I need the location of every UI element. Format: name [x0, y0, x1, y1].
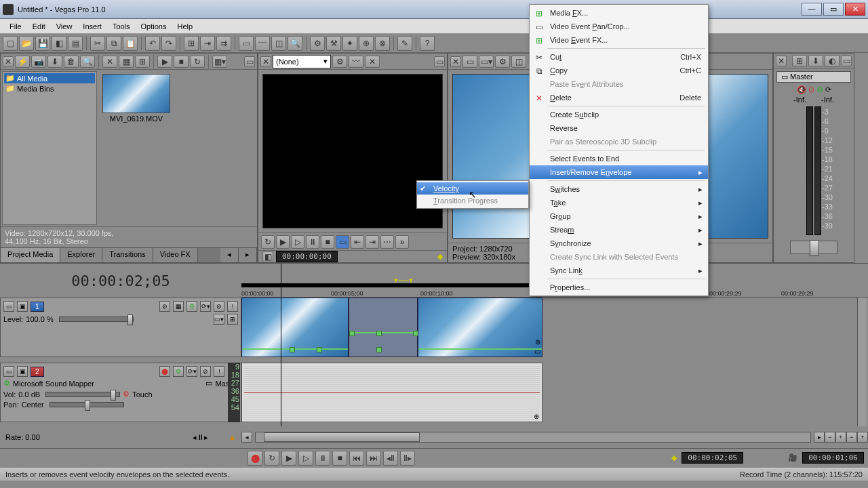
ctx-stream[interactable]: Stream▸: [530, 223, 708, 237]
menu-options[interactable]: Options: [136, 21, 172, 32]
track-solo-icon[interactable]: !: [227, 301, 238, 312]
pm-get-icon[interactable]: ⬇: [47, 56, 62, 68]
play-start-icon[interactable]: ▶: [281, 451, 296, 466]
trim-loop-icon[interactable]: ↻: [261, 235, 275, 249]
ctx-sync-link[interactable]: Sync Link▸: [530, 264, 708, 277]
master-dim-icon[interactable]: ◐: [825, 55, 840, 67]
trim-wave-icon[interactable]: 〰: [349, 56, 363, 68]
pm-tree-media-bins[interactable]: 📁 Media Bins: [4, 83, 95, 94]
video-event-selected[interactable]: [349, 298, 418, 357]
pm-play-icon[interactable]: ▶: [157, 56, 172, 68]
ctx-insert-remove-envelope[interactable]: Insert/Remove Envelope▸: [530, 165, 708, 179]
pm-remove-icon[interactable]: 🗑: [64, 56, 79, 68]
menu-insert[interactable]: Insert: [77, 21, 107, 32]
track-auto-icon[interactable]: ⟳▾: [200, 301, 211, 312]
video-event[interactable]: [241, 298, 349, 357]
go-end-icon[interactable]: ⏭: [366, 451, 381, 466]
redo-icon[interactable]: ↷: [161, 36, 176, 51]
track-max-icon[interactable]: ▣: [17, 366, 28, 377]
track-min-icon[interactable]: ▭: [3, 366, 14, 377]
parent-icon[interactable]: ⊞: [227, 314, 238, 325]
pan-slider[interactable]: [50, 402, 124, 407]
video-event[interactable]: ▭ ⊕: [418, 298, 542, 357]
record-timecode[interactable]: 00:00:01;06: [802, 452, 864, 464]
tab-scroll-right[interactable]: ▸: [239, 248, 257, 262]
vp-split-icon[interactable]: ◫: [511, 56, 526, 68]
trim-play2-icon[interactable]: ▷: [291, 235, 304, 249]
track-header-video-1[interactable]: ▭ ▣ 1 ⊘ ▦ ⚙ ⟳▾ ⊘ ! Level: 100.0 % ▭▾: [0, 298, 241, 357]
copy-icon[interactable]: ⧉: [106, 36, 121, 51]
pm-tree[interactable]: 📁 All Media 📁 Media Bins: [2, 71, 97, 225]
ctx-group[interactable]: Group▸: [530, 209, 708, 223]
trim-more-icon[interactable]: ⋯: [380, 235, 394, 249]
main-timecode[interactable]: 00:00:02;05: [71, 272, 170, 289]
vp-quality-icon[interactable]: ▭▾: [479, 56, 494, 68]
scrub-control[interactable]: ◂⏸▸: [193, 433, 208, 442]
pm-view-icon[interactable]: ▦▾: [212, 56, 227, 68]
track-min-icon[interactable]: ▭: [3, 301, 14, 312]
h-scrollbar[interactable]: [255, 432, 811, 443]
trim-mark-icon[interactable]: ▭: [336, 235, 349, 249]
menu-help[interactable]: Help: [172, 21, 198, 32]
tool-icon[interactable]: ⚙: [310, 36, 325, 51]
new-icon[interactable]: ▢: [3, 36, 18, 51]
vp-close-icon[interactable]: ✕: [450, 56, 461, 67]
trim-dock-icon[interactable]: ▭: [434, 56, 445, 67]
maximize-button[interactable]: ▭: [823, 3, 844, 16]
tab-scroll-left[interactable]: ◂: [220, 248, 239, 262]
tab-explorer[interactable]: Explorer: [60, 248, 102, 262]
pm-thumb-item[interactable]: MVI_0619.MOV: [102, 74, 170, 123]
sub-velocity[interactable]: ✔Velocity: [417, 182, 528, 195]
open-icon[interactable]: 📂: [19, 36, 34, 51]
ctx-media-fx[interactable]: ⊞Media FX...: [530, 6, 708, 20]
master-mute-icon[interactable]: 🔇: [797, 85, 806, 94]
track-max-icon[interactable]: ▣: [17, 301, 28, 312]
pm-gen-icon[interactable]: ▦: [119, 56, 134, 68]
scroll-right-icon[interactable]: ▸: [814, 432, 825, 443]
track-events-area[interactable]: ▭ ⊕ ⊕ 91827 364554: [241, 298, 868, 426]
ctx-take[interactable]: Take▸: [530, 196, 708, 209]
tab-project-media[interactable]: Project Media: [1, 248, 60, 262]
pm-dock-icon[interactable]: ▭: [244, 56, 255, 67]
track-fx-icon[interactable]: ⚙: [186, 301, 197, 312]
menu-view[interactable]: View: [51, 21, 78, 32]
track-fx2-icon[interactable]: ⚙: [173, 366, 184, 377]
master-down-icon[interactable]: ⬇: [808, 55, 823, 67]
next-frame-icon[interactable]: Ⅱ▸: [400, 451, 415, 466]
master-fx-icon[interactable]: ⚙: [816, 85, 823, 94]
brush-icon[interactable]: ✎: [397, 36, 412, 51]
trim-fx-icon[interactable]: ⚙: [332, 56, 347, 68]
pm-autoplay-icon[interactable]: ↻: [190, 56, 205, 68]
trim-tc-btn[interactable]: ◧: [262, 251, 273, 262]
track-solo2-icon[interactable]: !: [214, 366, 224, 377]
ctx-copy[interactable]: ⧉CopyCtrl+C: [530, 64, 708, 77]
loop-icon[interactable]: ↻: [264, 451, 279, 466]
cut-icon[interactable]: ✂: [90, 36, 105, 51]
track-mute2-icon[interactable]: ⊘: [200, 366, 211, 377]
play-icon[interactable]: ▷: [298, 451, 313, 466]
marker-icon[interactable]: ◆: [671, 453, 677, 462]
ctx-switches[interactable]: Switches▸: [530, 182, 708, 196]
close-button[interactable]: ✕: [845, 3, 865, 16]
zoom-out-h-icon[interactable]: −: [825, 432, 835, 443]
pm-close-icon[interactable]: ✕: [3, 56, 14, 67]
tab-transitions[interactable]: Transitions: [102, 248, 153, 262]
tool4-icon[interactable]: ⊕: [359, 36, 374, 51]
ctx-synchronize[interactable]: Synchronize▸: [530, 237, 708, 250]
ctx-reverse[interactable]: Reverse: [530, 121, 708, 135]
snap-icon[interactable]: ⊞: [184, 36, 199, 51]
properties-icon[interactable]: ▤: [68, 36, 83, 51]
trim-play-icon[interactable]: ▶: [276, 235, 290, 249]
menu-file[interactable]: File: [4, 21, 27, 32]
master-fader[interactable]: [790, 241, 837, 254]
save-icon[interactable]: 💾: [35, 36, 50, 51]
ctx-create-subclip[interactable]: Create Subclip: [530, 108, 708, 121]
zoom-in-h-icon[interactable]: +: [835, 432, 846, 443]
master-auto-icon[interactable]: ⟳: [825, 85, 831, 94]
audio-event[interactable]: ⊕: [241, 363, 542, 422]
menu-edit[interactable]: Edit: [27, 21, 51, 32]
pm-import-icon[interactable]: ⚡: [15, 56, 30, 68]
ctx-delete[interactable]: ✕DeleteDelete: [530, 91, 708, 104]
paste-icon[interactable]: 📋: [123, 36, 138, 51]
master-insert-icon[interactable]: ⊞: [792, 55, 807, 67]
